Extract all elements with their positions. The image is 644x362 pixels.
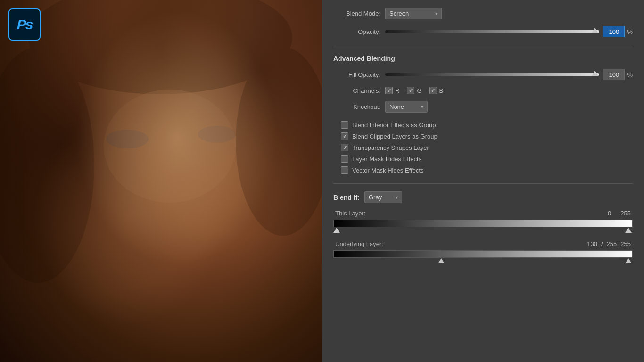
face-details [0,0,322,362]
blend-mode-arrow: ▾ [435,11,438,16]
ps-logo: Ps [8,8,41,41]
channels-row: Channels: R G B [333,87,633,94]
channel-g-checkbox[interactable] [407,87,414,94]
underlying-min: 130 [587,240,597,247]
blend-clipped-label: Blend Clipped Layers as Group [352,133,438,140]
divider-2 [333,183,633,184]
blend-mode-value: Screen [389,10,409,17]
underlying-layer-slider[interactable] [333,250,633,263]
knockout-value: None [389,103,404,110]
channel-b-item: B [429,87,444,94]
knockout-select[interactable]: None ▾ [385,101,428,113]
channel-g-item: G [407,87,421,94]
blend-option-2: Transparency Shapes Layer [341,144,633,151]
photo-panel: Ps [0,0,322,362]
blend-interior-checkbox[interactable] [341,121,348,129]
blend-interior-label: Blend Interior Effects as Group [352,122,436,129]
knockout-arrow: ▾ [421,104,423,109]
underlying-layer-header: Underlying Layer: 130 / 255 255 [333,240,633,247]
this-layer-thumb-left[interactable] [333,228,340,233]
opacity-value-box[interactable]: 100 [603,26,625,37]
underlying-layer-thumb-right[interactable] [625,258,632,263]
this-layer-min: 0 [608,210,611,217]
channel-r-label: R [395,87,399,94]
this-layer-values: 0 255 [608,210,631,217]
blend-options-list: Blend Interior Effects as Group Blend Cl… [341,121,633,174]
this-layer-thumb-right[interactable] [625,228,632,233]
controls-panel: Blend Mode: Screen ▾ Opacity: 100 % Adva… [322,0,644,362]
transparency-shapes-label: Transparency Shapes Layer [352,144,429,151]
blend-mode-row: Blend Mode: Screen ▾ [333,8,633,19]
blend-option-3: Layer Mask Hides Effects [341,155,633,163]
this-layer-header: This Layer: 0 255 [333,210,633,217]
layer-mask-hides-label: Layer Mask Hides Effects [352,156,421,163]
underlying-layer-section: Underlying Layer: 130 / 255 255 [333,240,633,263]
underlying-layer-label: Underlying Layer: [335,240,383,247]
underlying-sep: / [601,240,603,247]
fill-opacity-thumb [592,71,598,76]
blend-mode-select[interactable]: Screen ▾ [385,8,442,19]
divider-1 [333,47,633,47]
blend-if-row: Blend If: Gray ▾ [333,191,633,203]
advanced-blending-title: Advanced Blending [333,55,633,62]
fill-opacity-percent: % [627,71,633,78]
vector-mask-hides-checkbox[interactable] [341,166,348,174]
this-layer-section: This Layer: 0 255 [333,210,633,233]
underlying-max: 255 [620,240,631,247]
this-layer-max: 255 [620,210,631,217]
opacity-percent: % [627,28,633,35]
blend-option-4: Vector Mask Hides Effects [341,166,633,174]
blend-option-0: Blend Interior Effects as Group [341,121,633,129]
knockout-label: Knockout: [333,103,380,110]
fill-opacity-row: Fill Opacity: 100 % [333,69,633,80]
opacity-thumb [592,28,598,33]
opacity-value: 100 [609,28,619,35]
fill-opacity-value-box[interactable]: 100 [603,69,625,80]
underlying-layer-gradient-bar [333,250,633,258]
channel-r-item: R [385,87,399,94]
ps-logo-text: Ps [17,16,33,33]
svg-point-5 [198,126,236,143]
opacity-row: Opacity: 100 % [333,26,633,37]
svg-point-4 [106,130,149,148]
channel-b-checkbox[interactable] [429,87,437,94]
underlying-layer-thumb-left[interactable] [438,258,445,263]
this-layer-label: This Layer: [335,210,365,217]
channel-b-label: B [439,87,444,94]
underlying-mid: 255 [607,240,617,247]
this-layer-slider[interactable] [333,220,633,233]
layer-mask-hides-checkbox[interactable] [341,155,348,163]
vector-mask-hides-label: Vector Mask Hides Effects [352,167,424,174]
channels-label: Channels: [333,87,380,94]
fill-opacity-slider[interactable] [385,73,599,76]
blend-if-label: Blend If: [333,194,360,201]
blend-if-arrow: ▾ [396,195,398,200]
blend-mode-label: Blend Mode: [333,10,380,17]
blend-if-value: Gray [369,194,382,201]
underlying-vals-group: 130 / 255 255 [587,240,631,247]
fill-opacity-label: Fill Opacity: [333,71,380,78]
opacity-slider[interactable] [385,30,599,33]
blend-clipped-checkbox[interactable] [341,132,348,140]
opacity-label: Opacity: [333,28,380,35]
this-layer-gradient-bar [333,220,633,227]
channel-r-checkbox[interactable] [385,87,393,94]
channel-g-label: G [417,87,421,94]
blend-if-select[interactable]: Gray ▾ [364,191,402,203]
fill-opacity-value: 100 [609,71,619,78]
knockout-row: Knockout: None ▾ [333,101,633,113]
blend-option-1: Blend Clipped Layers as Group [341,132,633,140]
transparency-shapes-checkbox[interactable] [341,144,348,151]
